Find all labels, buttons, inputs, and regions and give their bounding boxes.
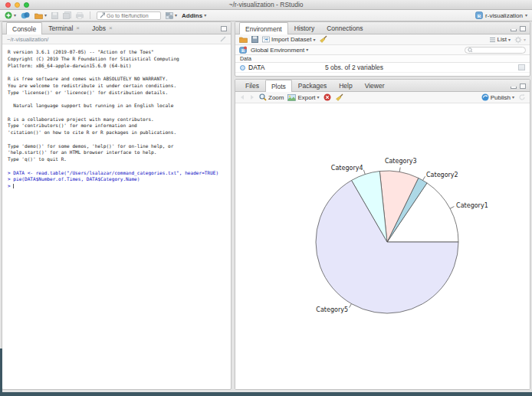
chevron-down-icon: ▾: [306, 47, 308, 52]
environment-section-header: Data: [235, 55, 530, 63]
console-pathbar: ~/r-visualization/: [2, 34, 231, 44]
tab-jobs[interactable]: Jobs×: [86, 22, 119, 34]
close-tab-icon[interactable]: ×: [109, 25, 113, 31]
project-menu-button[interactable]: R r-visualization ▾: [475, 11, 527, 19]
new-file-icon: [5, 11, 12, 19]
magnifier-icon: [259, 93, 267, 101]
goto-file-box[interactable]: [97, 11, 161, 20]
goto-file-input[interactable]: [107, 13, 158, 18]
remove-plot-button[interactable]: [323, 93, 331, 101]
tab-label: History: [294, 25, 314, 32]
console-line: [8, 69, 225, 76]
console-line: [8, 136, 225, 143]
save-all-button[interactable]: [63, 11, 71, 19]
environment-search-box[interactable]: [465, 47, 526, 54]
publish-plot-button[interactable]: Publish ▾: [481, 93, 514, 101]
new-project-icon: [21, 11, 30, 19]
environment-toolbar: Import Dataset ▾ List ▾ ▾: [235, 34, 530, 45]
r-project-icon: R: [475, 11, 483, 19]
save-icon: [51, 12, 58, 19]
clear-plots-button[interactable]: [335, 93, 343, 102]
tab-label: Viewer: [365, 82, 385, 90]
tab-terminal[interactable]: Terminal×: [42, 22, 86, 34]
chevron-down-icon: ▾: [512, 95, 514, 100]
console-pane: ConsoleTerminal×Jobs× ~/r-visualization/…: [2, 21, 232, 390]
console-line: R version 3.6.1 (2019-07-05) -- "Action …: [8, 49, 225, 56]
window-edge: [0, 349, 2, 392]
minimize-pane-icon[interactable]: [511, 29, 517, 31]
environment-search-input[interactable]: [474, 47, 523, 53]
tab-files[interactable]: Files: [239, 80, 265, 91]
goto-file-icon: [100, 12, 105, 18]
maximize-pane-icon[interactable]: [520, 83, 526, 89]
open-file-button[interactable]: ▾: [34, 12, 47, 19]
addins-button[interactable]: Addins ▾: [182, 12, 206, 19]
global-environment-icon: R: [239, 46, 247, 54]
print-button[interactable]: [76, 12, 84, 19]
tab-plots[interactable]: Plots: [265, 80, 292, 92]
panes-layout-button[interactable]: ▾: [166, 12, 177, 19]
maximize-pane-icon[interactable]: [221, 26, 227, 31]
object-name: DATA: [248, 64, 325, 71]
console-line: Copyright (C) 2019 The R Foundation for …: [8, 56, 225, 63]
environment-tabbar: EnvironmentHistoryConnections: [235, 22, 530, 34]
console-line: Natural language support but running in …: [8, 103, 225, 110]
minimize-window-button[interactable]: [15, 2, 20, 8]
tab-connections[interactable]: Connections: [320, 22, 369, 34]
close-window-button[interactable]: [5, 2, 11, 8]
new-file-button[interactable]: ▾: [5, 11, 16, 19]
tab-help[interactable]: Help: [333, 80, 358, 91]
environment-object-row[interactable]: DATA5 obs. of 2 variables: [235, 63, 530, 73]
save-workspace-button[interactable]: [251, 36, 258, 43]
main-toolbar: ▾ ▾: [0, 10, 532, 21]
clear-environment-button[interactable]: [319, 35, 327, 44]
zoom-plot-button[interactable]: Zoom: [259, 93, 284, 101]
broom-icon: [335, 93, 343, 102]
chevron-down-icon: ▾: [44, 13, 47, 18]
tab-environment[interactable]: Environment: [239, 22, 288, 34]
refresh-icon: [518, 93, 526, 101]
search-icon: [468, 47, 472, 53]
publish-icon: [481, 93, 489, 101]
tab-viewer[interactable]: Viewer: [359, 80, 391, 91]
import-dataset-button[interactable]: Import Dataset ▾: [262, 36, 315, 43]
tab-packages[interactable]: Packages: [292, 80, 333, 91]
printer-icon: [76, 12, 84, 19]
tab-label: Terminal: [48, 25, 73, 32]
export-plot-button[interactable]: Export ▾: [287, 94, 319, 101]
save-button[interactable]: [51, 12, 58, 19]
tab-console[interactable]: Console: [6, 22, 42, 34]
console-resize-icon[interactable]: [220, 36, 226, 42]
environment-view-mode-button[interactable]: List ▾: [489, 36, 511, 43]
console-output[interactable]: R version 3.6.1 (2019-07-05) -- "Action …: [2, 44, 231, 195]
next-plot-button[interactable]: [249, 94, 255, 100]
chevron-down-icon: ▾: [525, 13, 527, 18]
pie-slice-label: Category1: [456, 202, 488, 209]
previous-plot-button[interactable]: [239, 94, 245, 100]
tab-label: Packages: [298, 82, 327, 90]
close-tab-icon[interactable]: ×: [76, 25, 80, 31]
chevron-down-icon: ▾: [524, 38, 526, 42]
minimize-pane-icon[interactable]: [511, 87, 517, 89]
panes-grid-icon: [166, 12, 173, 19]
console-line: > pie(DATA$Number.of.Times, DATA$Categor…: [8, 176, 225, 183]
view-table-icon[interactable]: [518, 64, 525, 70]
console-line: R is a collaborative project with many c…: [8, 116, 225, 123]
tab-history[interactable]: History: [288, 22, 320, 34]
environment-scope-button[interactable]: Global Environment ▾: [251, 47, 308, 54]
console-line: >: [8, 183, 225, 190]
tab-label: Files: [245, 82, 259, 90]
fullscreen-window-button[interactable]: [24, 2, 29, 8]
refresh-plots-button[interactable]: [518, 93, 526, 101]
tab-label: Jobs: [92, 25, 106, 32]
chevron-down-icon: ▾: [204, 13, 206, 18]
maximize-pane-icon[interactable]: [520, 26, 526, 31]
load-workspace-button[interactable]: [239, 36, 248, 43]
chevron-down-icon: ▾: [508, 38, 511, 42]
new-project-button[interactable]: [21, 11, 30, 19]
tab-label: Environment: [245, 25, 282, 33]
project-name-label: r-visualization: [485, 12, 523, 19]
environment-settings-button[interactable]: ▾: [514, 36, 526, 44]
console-line: R is free software and comes with ABSOLU…: [8, 76, 225, 83]
data-frame-icon: [240, 65, 245, 70]
